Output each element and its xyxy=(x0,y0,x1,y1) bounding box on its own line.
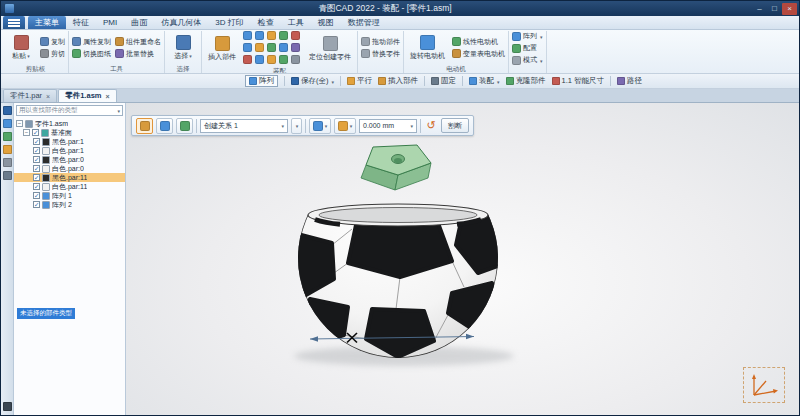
visibility-checkbox[interactable] xyxy=(33,183,40,190)
pathfinder-icon[interactable] xyxy=(3,119,12,128)
relation-type-icon[interactable] xyxy=(309,118,331,134)
insert-relation-icon[interactable] xyxy=(279,31,288,40)
ribbon-button[interactable]: 插入部件 xyxy=(205,35,239,63)
ribbon-button[interactable]: 选择 xyxy=(168,34,198,62)
tree-row[interactable]: 白色.par:1 xyxy=(14,146,125,155)
planar-align-icon[interactable] xyxy=(255,31,264,40)
tree-expander[interactable] xyxy=(16,120,23,127)
cam-relation-icon[interactable] xyxy=(267,43,276,52)
angle-relation-icon[interactable] xyxy=(243,43,252,52)
command-bar-item[interactable]: 保存(全) xyxy=(291,76,334,86)
ribbon-button[interactable]: 线性电动机 xyxy=(452,37,505,47)
center-plane-icon[interactable] xyxy=(243,55,252,64)
tree-row[interactable]: 零件1.asm xyxy=(14,119,125,128)
ribbon-button[interactable]: 批量替换 xyxy=(115,49,161,59)
tangent-relation-icon[interactable] xyxy=(255,43,264,52)
ribbon-button[interactable]: 配置 xyxy=(512,43,543,53)
viewport[interactable]: 创建关系 10.000 mm割断 xyxy=(126,103,799,415)
parallel-relation-icon[interactable] xyxy=(279,43,288,52)
command-bar-item[interactable]: 固定 xyxy=(431,76,456,86)
ribbon-tab[interactable]: 特征 xyxy=(66,16,96,29)
document-tab[interactable]: 零件1.par× xyxy=(3,89,57,102)
tree-expander[interactable] xyxy=(23,129,30,136)
ribbon-tab[interactable]: 仿真几何体 xyxy=(154,16,208,29)
ribbon-button[interactable]: 复制 xyxy=(40,37,65,47)
tree-row[interactable]: 基准面 xyxy=(14,128,125,137)
ribbon-tab[interactable]: 视图 xyxy=(311,16,341,29)
relation-options-icon[interactable] xyxy=(176,118,193,134)
axial-align-icon[interactable] xyxy=(267,31,276,40)
ribbon-tab[interactable]: PMI xyxy=(96,16,124,29)
relation-list-dropdown[interactable] xyxy=(291,118,302,134)
ribbon-button[interactable]: 组件重命名 xyxy=(115,37,161,47)
command-bar-item[interactable]: 插入部件 xyxy=(378,76,418,86)
ribbon-button[interactable]: 粘贴 xyxy=(6,34,36,62)
ribbon-button[interactable]: 定位创建零件 xyxy=(306,35,354,63)
command-bar-item[interactable]: 阵列 xyxy=(245,75,278,87)
layers-icon[interactable] xyxy=(3,132,12,141)
ribbon-button[interactable]: 模式 xyxy=(512,55,543,65)
command-bar-item[interactable]: 平行 xyxy=(347,76,372,86)
more-relations-icon[interactable] xyxy=(291,55,300,64)
tree-row[interactable]: 白色.par:11 xyxy=(14,182,125,191)
visibility-checkbox[interactable] xyxy=(33,201,40,208)
orientation-triad[interactable] xyxy=(743,367,785,403)
mate-relation-icon[interactable] xyxy=(243,31,252,40)
command-bar-item[interactable]: 1.1 智能尺寸 xyxy=(552,76,605,86)
command-bar-item[interactable]: 克隆部件 xyxy=(506,76,546,86)
ribbon-button[interactable]: 属性复制 xyxy=(72,37,111,47)
3d-scene[interactable] xyxy=(126,103,799,415)
ribbon-tab[interactable]: 曲面 xyxy=(124,16,154,29)
ribbon-button[interactable]: 替换零件 xyxy=(361,49,400,59)
match-coordinate-icon[interactable] xyxy=(279,55,288,64)
undo-icon[interactable] xyxy=(424,120,438,131)
offset-value-input[interactable]: 0.000 mm xyxy=(359,119,417,133)
maximize-button[interactable]: □ xyxy=(767,3,782,15)
ribbon-tab[interactable]: 检查 xyxy=(251,16,281,29)
document-tab[interactable]: 零件1.asm× xyxy=(58,89,116,102)
mate-icon[interactable] xyxy=(156,118,173,134)
gear-relation-icon[interactable] xyxy=(291,43,300,52)
tree-row[interactable]: 阵列 1 xyxy=(14,191,125,200)
visibility-checkbox[interactable] xyxy=(33,174,40,181)
part-type-filter[interactable]: 用以查找部件的类型 xyxy=(16,105,123,116)
orientation-icon[interactable] xyxy=(334,118,356,134)
tree-row[interactable]: 阵列 2 xyxy=(14,200,125,209)
tree-row[interactable]: 黑色.par:11 xyxy=(14,173,125,182)
minimize-button[interactable]: – xyxy=(752,3,767,15)
command-bar-item[interactable]: 装配 xyxy=(469,76,500,86)
visibility-checkbox[interactable] xyxy=(33,165,40,172)
rigid-set-icon[interactable] xyxy=(267,55,276,64)
visibility-checkbox[interactable] xyxy=(33,147,40,154)
app-menu-button[interactable] xyxy=(3,16,25,29)
close-button[interactable]: × xyxy=(782,3,797,15)
ribbon-button[interactable]: 变量表电动机 xyxy=(452,49,505,59)
ribbon-button[interactable]: 旋转电动机 xyxy=(407,34,448,62)
visibility-checkbox[interactable] xyxy=(33,192,40,199)
close-tab-icon[interactable]: × xyxy=(46,93,50,100)
tree-row[interactable]: 黑色.par:1 xyxy=(14,137,125,146)
command-bar-item[interactable]: 路径 xyxy=(617,76,642,86)
selection-status-note[interactable]: 未选择的部件类型 xyxy=(17,308,75,319)
tree-row[interactable]: 黑色.par:0 xyxy=(14,155,125,164)
flash-fit-icon[interactable] xyxy=(136,118,153,134)
ribbon-button[interactable]: 拖动部件 xyxy=(361,37,400,47)
ribbon-tab[interactable]: 数据管理 xyxy=(341,16,387,29)
ribbon-button[interactable]: 阵列 xyxy=(512,31,543,41)
ribbon-tab[interactable]: 工具 xyxy=(281,16,311,29)
break-button[interactable]: 割断 xyxy=(441,118,469,133)
connect-relation-icon[interactable] xyxy=(291,31,300,40)
ribbon-button[interactable]: 切换图纸 xyxy=(72,49,111,59)
ribbon-button[interactable]: 剪切 xyxy=(40,49,65,59)
search-icon[interactable] xyxy=(3,171,12,180)
options-icon[interactable] xyxy=(3,402,12,411)
selection-tools-icon[interactable] xyxy=(3,158,12,167)
ribbon-tab[interactable]: 主菜单 xyxy=(28,16,66,29)
close-tab-icon[interactable]: × xyxy=(105,93,109,100)
home-icon[interactable] xyxy=(3,106,12,115)
visibility-checkbox[interactable] xyxy=(32,129,39,136)
tree-row[interactable]: 白色.par:0 xyxy=(14,164,125,173)
relation-select[interactable]: 创建关系 1 xyxy=(200,119,288,133)
visibility-checkbox[interactable] xyxy=(33,138,40,145)
visibility-checkbox[interactable] xyxy=(33,156,40,163)
